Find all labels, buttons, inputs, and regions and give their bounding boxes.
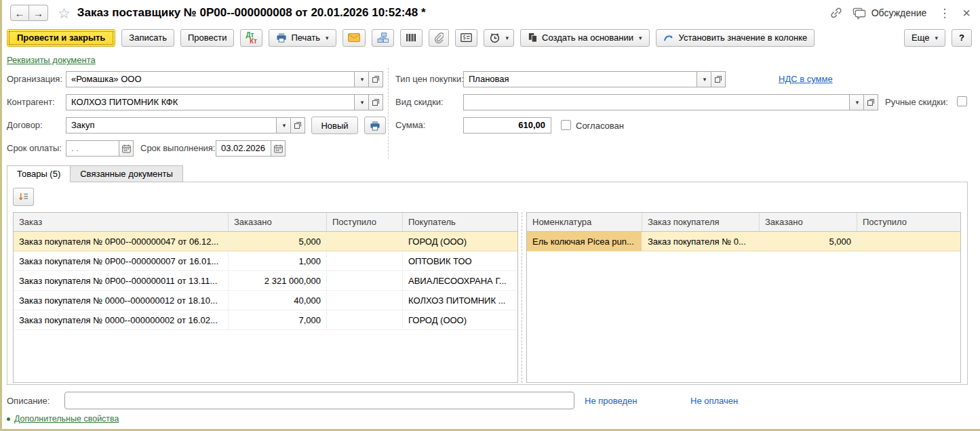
table-row[interactable]: Заказ покупателя № 0Р00--000000011 от 13… [14,271,517,291]
dtkt-postings-button[interactable]: ДтКт [240,29,262,47]
orders-table-header: ЗаказЗаказаноПоступилоПокупатель [14,213,517,232]
description-input[interactable] [64,392,574,409]
table-cell[interactable]: Заказ покупателя № 0Р00--000000011 от 13… [14,271,229,290]
link-icon[interactable] [829,6,843,20]
vat-in-amount-link[interactable]: НДС в сумме [779,74,833,84]
post-and-close-button[interactable]: Провести и закрыть [7,29,115,47]
counterparty-open-icon[interactable] [369,94,383,110]
fulfillment-due-calendar-icon[interactable] [271,140,286,157]
contract-field[interactable]: Закуп ▾ [66,117,305,134]
agreed-checkbox[interactable] [561,120,571,130]
fulfillment-due-field[interactable]: 03.02.2026 [216,140,286,157]
new-contract-button[interactable]: Новый [311,117,358,134]
back-button[interactable]: ← [10,5,29,21]
contract-open-icon[interactable] [291,117,305,134]
help-button[interactable]: ? [952,29,972,47]
tab-related-documents[interactable]: Связанные документы [71,165,183,182]
table-cell[interactable]: Заказ покупателя № 0000--000000012 от 18… [14,291,229,310]
price-type-field[interactable]: Плановая ▾ [463,71,726,87]
price-type-open-icon[interactable] [711,71,726,87]
column-header[interactable]: Поступило [857,213,960,231]
table-cell[interactable]: Заказ покупателя № 0000--000000002 от 16… [14,310,229,329]
sort-button[interactable] [13,188,34,206]
additional-properties-link[interactable]: Дополнительные свойства [7,414,119,424]
discount-kind-open-icon[interactable] [864,94,878,110]
organization-dropdown-icon[interactable]: ▾ [355,71,369,87]
table-cell[interactable]: АВИАЛЕСООХРАНА Г... [403,271,517,290]
table-cell[interactable] [857,232,960,251]
email-button[interactable] [342,29,366,47]
printer-icon [370,121,380,131]
close-icon[interactable]: × [962,6,971,20]
contract-dropdown-icon[interactable]: ▾ [277,117,291,134]
counterparty-field[interactable]: КОЛХОЗ ПИТОМНИК КФК ▾ [66,94,383,110]
column-header[interactable]: Номенклатура [527,213,642,231]
forward-button[interactable]: → [29,5,48,21]
discount-kind-field[interactable]: ▾ [463,94,878,110]
column-header[interactable]: Поступило [327,213,403,231]
table-row[interactable]: Заказ покупателя № 0000--000000002 от 16… [14,310,517,330]
table-row[interactable]: Заказ покупателя № 0000--000000012 от 18… [14,291,517,310]
structure-button[interactable] [372,29,394,47]
page-title: Заказ поставщику № 0Р00--000000008 от 20… [77,6,426,20]
tables-splitter[interactable] [522,212,522,383]
invoice-button[interactable]: $ [455,29,477,47]
table-cell[interactable]: ГОРОД (ООО) [403,310,517,329]
print-button[interactable]: Печать▾ [269,29,336,47]
table-cell[interactable] [327,310,403,329]
table-cell[interactable]: КОЛХОЗ ПИТОМНИК ... [403,291,517,310]
items-table-header: НоменклатураЗаказ покупателяЗаказаноПост… [527,213,960,232]
write-button[interactable]: Записать [121,29,174,47]
table-cell[interactable]: Заказ покупателя № 0Р00--000000047 от 06… [14,232,229,251]
set-column-value-button[interactable]: Установить значение в колонке [656,29,815,47]
favorite-star-icon[interactable]: ☆ [58,6,71,20]
table-cell[interactable]: 1,000 [229,251,327,270]
table-cell[interactable]: Заказ покупателя № 0Р00--000000007 от 16… [14,251,229,270]
table-row[interactable]: Заказ покупателя № 0Р00--000000047 от 06… [14,232,517,251]
table-cell[interactable]: 5,000 [760,232,857,251]
table-row[interactable]: Ель колючая Picea pun...Заказ покупателя… [527,232,960,251]
table-cell[interactable]: Заказ покупателя № 0... [642,232,760,251]
column-header[interactable]: Заказ [14,213,229,231]
title-bar: ← → ☆ Заказ поставщику № 0Р00--000000008… [2,0,980,26]
column-header[interactable]: Заказано [229,213,327,231]
discount-kind-dropdown-icon[interactable]: ▾ [850,94,864,110]
column-header[interactable]: Покупатель [403,213,517,231]
discussion-button[interactable]: Обсуждение [852,7,927,20]
table-cell[interactable]: 5,000 [229,232,327,251]
items-table-body: Ель колючая Picea pun...Заказ покупателя… [527,232,960,251]
create-based-on-button[interactable]: Создать на основании▾ [520,29,649,47]
table-cell[interactable]: 7,000 [229,310,327,329]
supplier-order-window: ← → ☆ Заказ поставщику № 0Р00--000000008… [0,0,980,431]
discussion-icon [852,7,867,20]
table-cell[interactable]: Ель колючая Picea pun... [527,232,642,251]
contract-print-button[interactable] [364,117,386,134]
table-cell[interactable] [327,232,403,251]
attachment-button[interactable] [429,29,449,47]
price-type-dropdown-icon[interactable]: ▾ [697,71,711,87]
payment-due-field[interactable]: . . [66,140,134,157]
more-button[interactable]: Еще▾ [904,29,945,47]
tab-goods[interactable]: Товары (5) [7,165,71,182]
post-button[interactable]: Провести [180,29,235,47]
payment-due-calendar-icon[interactable] [119,140,134,157]
table-cell[interactable] [327,291,403,310]
column-header[interactable]: Заказано [760,213,857,231]
table-cell[interactable] [327,271,403,290]
table-cell[interactable]: 40,000 [229,291,327,310]
table-cell[interactable]: ОПТОВИК ТОО [403,251,517,270]
requisites-link[interactable]: Реквизиты документа [7,55,96,65]
reminder-button[interactable]: ▾ [484,29,515,47]
organization-field[interactable]: «Ромашка» ООО ▾ [66,71,383,87]
organization-open-icon[interactable] [369,71,383,87]
table-cell[interactable] [327,251,403,270]
table-cell[interactable]: ГОРОД (ООО) [403,232,517,251]
amount-field[interactable]: 610,00 [463,117,551,134]
manual-discounts-checkbox[interactable] [957,96,967,106]
table-cell[interactable]: 2 321 000,000 [229,271,327,290]
barcode-button[interactable] [400,29,423,47]
counterparty-dropdown-icon[interactable]: ▾ [355,94,369,110]
kebab-menu-icon[interactable]: ⋮ [936,6,953,20]
table-row[interactable]: Заказ покупателя № 0Р00--000000007 от 16… [14,251,517,271]
column-header[interactable]: Заказ покупателя [642,213,760,231]
